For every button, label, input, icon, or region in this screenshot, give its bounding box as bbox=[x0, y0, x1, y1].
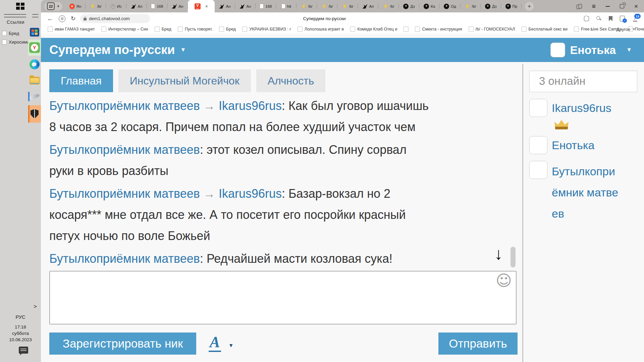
chat-room-tab[interactable]: Инсультный Могейчок bbox=[118, 69, 251, 92]
windows-start-icon[interactable] bbox=[16, 3, 24, 10]
browser-tab[interactable]: Дз bbox=[399, 0, 419, 12]
browser-tab[interactable]: /b/ bbox=[297, 0, 317, 12]
bookmark-label: иван ГАМАЗ танцует bbox=[55, 27, 95, 32]
browser-tab[interactable]: htt bbox=[276, 0, 297, 12]
shield-app-icon[interactable] bbox=[28, 105, 41, 123]
taskbar-link[interactable]: Хиросима Н bbox=[2, 38, 30, 46]
bookmark-item[interactable]: иван ГАМАЗ танцует bbox=[48, 26, 95, 32]
text-format-control[interactable]: A ▼ bbox=[209, 335, 234, 352]
address-bar[interactable]: dem1.chatovod.com bbox=[80, 14, 150, 23]
message-author[interactable]: Бутылкоприёмник матвеев bbox=[49, 143, 200, 157]
share-icon[interactable] bbox=[584, 16, 589, 21]
format-dropdown-caret-icon[interactable]: ▼ bbox=[228, 343, 234, 349]
bookmark-item[interactable] bbox=[404, 26, 409, 32]
browser-tab[interactable]: Ис bbox=[106, 0, 126, 12]
browser-tab[interactable]: 168 bbox=[256, 0, 276, 12]
chat-scrollbar-thumb[interactable] bbox=[511, 247, 516, 267]
browser-tab[interactable]: Од bbox=[440, 0, 460, 12]
bookmark-item[interactable]: /b/ - ГОМОСЕКСУАЛ bbox=[469, 26, 515, 32]
scroll-to-bottom-arrow-icon[interactable]: ↓ bbox=[494, 244, 503, 263]
room-title[interactable]: Супердем по-русски bbox=[49, 43, 175, 57]
current-user-menu[interactable]: Енотька ▼ bbox=[550, 38, 632, 62]
bookmark-item[interactable]: Бред bbox=[155, 26, 171, 32]
taskbar-expand-chevron[interactable]: > bbox=[34, 303, 37, 310]
taskbar-link[interactable]: Бред bbox=[2, 29, 30, 38]
user-list-item[interactable]: Бутылкоприёмник матвеев bbox=[529, 161, 643, 224]
tab-close-icon[interactable] bbox=[205, 4, 208, 9]
bookmark-item[interactable]: УКРАИНА БЕЗВИЗ : г bbox=[242, 26, 291, 32]
restore-button[interactable] bbox=[620, 4, 624, 8]
home-icon[interactable]: Я bbox=[59, 15, 65, 22]
bookmark-item[interactable]: Смекта - инструкция bbox=[415, 26, 462, 32]
search-icon[interactable] bbox=[596, 16, 601, 21]
language-indicator[interactable]: РУС bbox=[0, 314, 41, 320]
tab-search-button[interactable]: 22 ▼ bbox=[44, 2, 62, 11]
browser-tab[interactable]: /b/ bbox=[86, 0, 106, 12]
browser-tab[interactable]: Ап bbox=[126, 0, 147, 12]
room-dropdown-caret-icon[interactable]: ▼ bbox=[180, 47, 186, 53]
browser-tab[interactable]: Ап bbox=[358, 0, 378, 12]
store-app-icon[interactable] bbox=[28, 27, 41, 38]
browser-tab[interactable]: /b/ bbox=[378, 0, 399, 12]
toolbar-grip[interactable] bbox=[32, 14, 38, 17]
user-list-item[interactable]: Енотька bbox=[529, 136, 643, 154]
browser-tab[interactable]: /b/ bbox=[337, 0, 358, 12]
file-explorer-icon[interactable] bbox=[28, 74, 41, 87]
vertical-tabs-icon[interactable] bbox=[577, 4, 582, 9]
back-icon[interactable]: ← bbox=[47, 15, 53, 22]
browser-tab[interactable]: 168 bbox=[147, 0, 167, 12]
browser-tab[interactable]: Ян bbox=[65, 0, 86, 12]
message-author[interactable]: Бутылкоприёмник матвеев bbox=[49, 252, 200, 265]
browser-tab[interactable]: Ан bbox=[215, 0, 235, 12]
browser-tab[interactable]: Дз bbox=[481, 0, 501, 12]
browser-tab[interactable] bbox=[188, 0, 215, 12]
bookmark-item[interactable]: Интерстеллар – Син bbox=[101, 26, 148, 32]
minimize-button[interactable] bbox=[606, 6, 610, 7]
browser-tab[interactable]: Ан bbox=[167, 0, 188, 12]
downloads-icon[interactable]: 13 bbox=[632, 16, 638, 21]
bookmark-icon[interactable] bbox=[609, 16, 612, 21]
browser-tab[interactable]: /b/ bbox=[317, 0, 337, 12]
message-author[interactable]: Бутылкоприёмник матвеев bbox=[49, 99, 200, 113]
browser-tab[interactable]: Ан bbox=[235, 0, 256, 12]
message-input[interactable]: ☺ bbox=[49, 271, 517, 324]
message-target[interactable]: Ikarus96rus bbox=[219, 187, 282, 200]
bookmark-item[interactable]: Комеди Клаб Отец и bbox=[350, 26, 397, 32]
collections-icon[interactable]: ✓ bbox=[620, 16, 625, 21]
links-toolbar: Бред Хиросима Н bbox=[2, 29, 30, 46]
refresh-icon[interactable]: ↻ bbox=[71, 16, 75, 21]
browser-tab[interactable]: Пр bbox=[501, 0, 522, 12]
browser-tab[interactable]: Ка bbox=[419, 0, 440, 12]
bookmark-item[interactable]: Бред bbox=[219, 26, 236, 32]
feather-app-icon[interactable] bbox=[28, 90, 41, 103]
font-style-icon[interactable]: A bbox=[209, 335, 221, 352]
register-nick-button[interactable]: Зарегистрировать ник bbox=[49, 333, 196, 355]
bookmark-item[interactable]: Бесплатный секс ви bbox=[522, 26, 568, 32]
bookmark-item[interactable]: Пусть говорят. bbox=[178, 26, 213, 32]
avatar bbox=[550, 43, 565, 57]
browser-tab[interactable]: /b/ bbox=[460, 0, 481, 12]
new-tab-button[interactable]: + bbox=[525, 2, 534, 11]
notification-center-icon[interactable] bbox=[19, 347, 28, 354]
chat-room-tab[interactable]: Главная bbox=[49, 69, 113, 92]
toolbar-grip[interactable] bbox=[4, 14, 26, 17]
edge-browser-icon[interactable] bbox=[28, 58, 41, 71]
user-name[interactable]: Бутылкоприёмник матвеев bbox=[552, 161, 621, 224]
other-bookmarks[interactable]: Другое ▼ bbox=[616, 25, 635, 34]
close-window-button[interactable]: × bbox=[634, 3, 638, 9]
message-author[interactable]: Бутылкоприёмник матвеев bbox=[49, 187, 200, 200]
bookmark-item[interactable]: Лололошка играет в bbox=[298, 26, 344, 32]
online-count[interactable]: 3 онлайн bbox=[529, 71, 637, 92]
emoji-smiley-icon[interactable]: ☺ bbox=[496, 272, 512, 290]
bookmark-item[interactable]: Free Live Sex Cams - bbox=[574, 26, 622, 32]
send-button[interactable]: Отправить bbox=[438, 333, 518, 355]
chat-room-tab[interactable]: Алчность bbox=[256, 69, 326, 92]
yandex-browser-icon[interactable]: Y bbox=[28, 40, 41, 56]
user-name[interactable]: Енотька bbox=[552, 136, 594, 154]
user-list-item[interactable]: Ikarus96rus bbox=[529, 99, 643, 129]
browser-menu-icon[interactable]: ≡ bbox=[592, 3, 596, 9]
taskbar-clock[interactable]: 17:18 суббота 10.06.2023 bbox=[0, 324, 41, 343]
user-name[interactable]: Ikarus96rus bbox=[552, 99, 611, 117]
bookmarks-overflow-chevron[interactable]: » bbox=[590, 26, 593, 32]
message-target[interactable]: Ikarus96rus bbox=[219, 99, 282, 113]
